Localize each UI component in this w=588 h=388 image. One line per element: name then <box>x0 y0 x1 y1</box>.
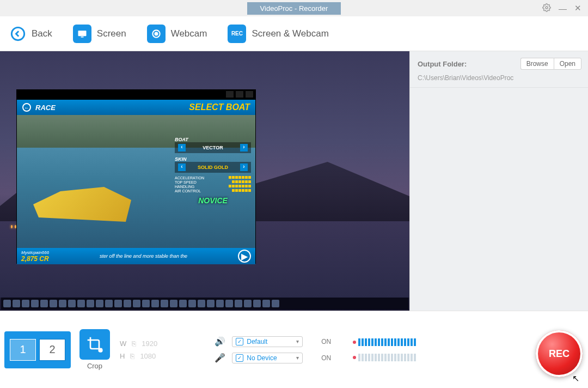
crop-label: Crop <box>87 362 102 370</box>
mic-device-value: No Device <box>247 354 296 362</box>
back-label: Back <box>32 28 52 39</box>
monitor-1-button[interactable]: 1 <box>10 339 36 361</box>
svg-point-5 <box>155 32 157 35</box>
screen-webcam-icon: REC <box>228 25 246 43</box>
svg-rect-2 <box>78 31 86 36</box>
width-value: 1920 <box>142 340 166 348</box>
webcam-label: Webcam <box>171 28 207 39</box>
height-value: 1080 <box>140 352 164 360</box>
screen-webcam-mode-button[interactable]: REC Screen & Webcam <box>228 25 328 43</box>
difficulty-label: NOVICE <box>175 196 251 205</box>
screen-label: Screen <box>97 28 126 39</box>
close-icon[interactable]: ✕ <box>574 3 581 13</box>
controls-bar: 1 2 Crop W⎘1920 H⎘1080 🔊 ✓Default▾ ON 🎤 … <box>0 311 588 388</box>
output-path: C:\Users\Brian\Videos\VideoProc <box>410 74 588 88</box>
svg-rect-3 <box>81 37 83 38</box>
width-label: W <box>120 340 126 348</box>
skin-value: SOLID GOLD <box>198 165 228 170</box>
minimize-icon[interactable]: — <box>559 4 567 13</box>
audio-device-value: Default <box>247 338 296 345</box>
record-button[interactable]: REC <box>536 330 583 377</box>
game-race-label: RACE <box>35 104 56 112</box>
monitor-selector: 1 2 <box>4 331 71 368</box>
mic-on-label[interactable]: ON <box>321 354 331 362</box>
boat-graphic <box>28 183 137 226</box>
mic-icon: 🎤 <box>215 353 226 363</box>
mic-device-select[interactable]: ✓No Device▾ <box>232 353 303 363</box>
game-select-boat: SELECT BOAT <box>189 102 250 112</box>
back-arrow-icon <box>10 25 26 43</box>
crop-button[interactable] <box>79 329 110 360</box>
cursor-icon: ↖ <box>572 373 579 384</box>
audio-meters <box>353 338 416 361</box>
stat-speed: TOP SPEED <box>175 180 197 184</box>
window-title: VideoProc - Recorder <box>247 2 341 15</box>
skin-label: SKIN <box>175 156 251 162</box>
svg-point-0 <box>546 7 548 9</box>
back-button[interactable]: Back <box>10 25 52 43</box>
captured-game-window: ←RACE SELECT BOAT BOAT ‹VECTOR› SKIN ‹SO… <box>16 89 256 264</box>
audio-controls: 🔊 ✓Default▾ ON 🎤 ✓No Device▾ ON <box>215 336 331 363</box>
boat-value: VECTOR <box>203 145 223 150</box>
screen-mode-button[interactable]: Screen <box>73 25 126 43</box>
webcam-icon <box>147 25 166 43</box>
screen-icon <box>73 25 91 43</box>
height-label: H <box>120 352 125 360</box>
preview-area: ←RACE SELECT BOAT BOAT ‹VECTOR› SKIN ‹SO… <box>0 51 409 311</box>
screen-webcam-label: Screen & Webcam <box>252 28 328 39</box>
game-ticker: ster off the line and more stable than t… <box>100 253 187 259</box>
settings-gear-icon[interactable] <box>542 3 551 14</box>
open-button[interactable]: Open <box>554 58 581 70</box>
titlebar: VideoProc - Recorder — ✕ <box>0 0 588 16</box>
captured-taskbar <box>1 298 408 310</box>
game-credits: 2,875 CR <box>21 255 49 263</box>
link-icon: ⎘ <box>132 340 136 348</box>
speaker-meter <box>353 338 416 346</box>
boat-label: BOAT <box>175 137 251 142</box>
stat-handling: HANDLING <box>175 185 194 189</box>
stat-air: AIR CONTROL <box>175 189 201 193</box>
link-icon: ⎘ <box>130 352 134 360</box>
svg-point-1 <box>11 27 24 40</box>
game-username: Mysticpain666 <box>21 250 49 255</box>
toolbar: Back Screen Webcam REC Screen & Webcam <box>0 16 588 51</box>
speaker-icon: 🔊 <box>215 336 226 347</box>
audio-on-label[interactable]: ON <box>321 338 331 345</box>
side-panel: Output Folder: Browse Open C:\Users\Bria… <box>409 51 588 311</box>
play-icon: ▶ <box>238 250 251 263</box>
mic-meter <box>353 354 416 361</box>
svg-point-6 <box>99 349 102 351</box>
webcam-mode-button[interactable]: Webcam <box>147 25 207 43</box>
audio-device-select[interactable]: ✓Default▾ <box>232 336 303 347</box>
monitor-2-button[interactable]: 2 <box>39 339 65 361</box>
stat-accel: ACCELERATION <box>175 176 204 180</box>
browse-button[interactable]: Browse <box>520 58 554 70</box>
output-folder-label: Output Folder: <box>418 60 467 68</box>
